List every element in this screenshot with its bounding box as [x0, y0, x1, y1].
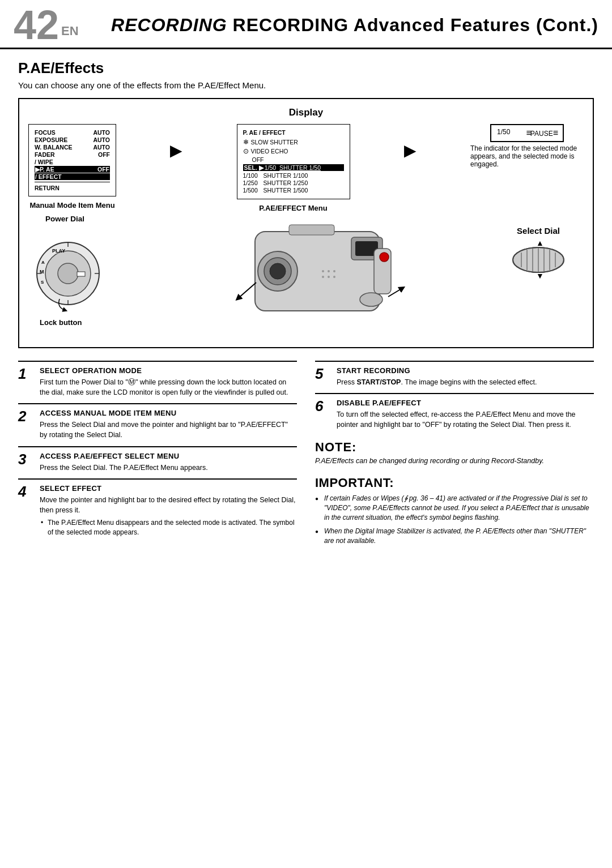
step-3-content: ACCESS P.AE/EFFECT SELECT MENU Press the…: [40, 452, 208, 473]
select-dial-section: Select Dial ▲ ▼: [493, 215, 584, 280]
svg-point-6: [58, 263, 78, 284]
svg-rect-7: [77, 272, 85, 276]
step-1-content: SELECT OPERATION MODE First turn the Pow…: [40, 366, 297, 397]
menu-row-wbalance: W. BALANCE AUTO: [35, 144, 110, 151]
important-item-2: When the Digital Image Stabilizer is act…: [315, 527, 594, 546]
power-dial-svg: PLAY A M S: [28, 225, 119, 316]
step-1-text: First turn the Power Dial to "Ⓜ" while p…: [40, 377, 297, 397]
lock-button-label: Lock button: [40, 318, 82, 327]
step-5-number: 5: [315, 366, 331, 387]
step-1: 1 SELECT OPERATION MODE First turn the P…: [18, 361, 297, 403]
step-5-content: START RECORDING Press START/STOP. The im…: [337, 366, 537, 387]
menu-row-effect-selected: / EFFECT: [35, 173, 110, 180]
select-dial-label: Select Dial: [517, 226, 560, 236]
pae-menu-caption: P.AE/EFFECT Menu: [259, 204, 327, 212]
page-number: 42: [14, 5, 59, 45]
step-4-number: 4: [18, 484, 34, 537]
step-6-content: DISABLE P.AE/EFFECT To turn off the sele…: [337, 399, 594, 430]
display-box-title: Display: [28, 107, 584, 118]
video-echo-icon: ⊙: [243, 147, 249, 155]
svg-text:A: A: [41, 260, 45, 265]
step-3-number: 3: [18, 452, 34, 473]
page-suffix: EN: [61, 24, 79, 45]
step-5-text: Press START/STOP. The image begins with …: [337, 377, 537, 387]
step-1-number: 1: [18, 366, 34, 397]
step-6-title: DISABLE P.AE/EFFECT: [337, 399, 594, 407]
menu-row-fader: FADER OFF: [35, 151, 110, 158]
important-item-1: If certain Fades or Wipes (∳ pg. 36 – 41…: [315, 494, 594, 523]
steps-left: 1 SELECT OPERATION MODE First turn the P…: [18, 361, 297, 549]
step-2-content: ACCESS MANUAL MODE ITEM MENU Press the S…: [40, 409, 297, 440]
viewfinder: 1/50 ≡PAUSE≡: [490, 124, 564, 142]
display-box: Display FOCUS AUTO EXPOSURE AUTO W. BALA…: [18, 98, 594, 348]
pae-menu: P. AE / EFFECT ❄ SLOW SHUTTER ⊙ VIDEO EC…: [237, 124, 350, 199]
step-4: 4 SELECT EFFECT Move the pointer and hig…: [18, 478, 297, 543]
step-6-text: To turn off the selected effect, re-acce…: [337, 409, 594, 430]
step-2-number: 2: [18, 409, 34, 440]
arrow-1: ▶: [165, 141, 187, 160]
pae-menu-panel: P. AE / EFFECT ❄ SLOW SHUTTER ⊙ VIDEO EC…: [237, 124, 350, 212]
step-4-text: Move the pointer and highlight bar to th…: [40, 495, 297, 515]
power-dial-section: Power Dial PLAY A M S: [28, 215, 142, 327]
manual-menu-caption: Manual Mode Item Menu: [29, 201, 114, 209]
page-header: 42 EN RECORDING RECORDING Advanced Featu…: [0, 0, 612, 49]
pae-shutter-100: 1/100 SHUTTER 1/100: [243, 172, 344, 179]
important-section: IMPORTANT: If certain Fades or Wipes (∳ …: [315, 476, 594, 546]
viewfinder-fraction: 1/50: [497, 128, 510, 138]
menu-row-pae-selected: ▶P. AE OFF: [35, 166, 110, 173]
viewfinder-top: 1/50 ≡PAUSE≡: [497, 128, 557, 138]
note-text: P.AE/Effects can be changed during recor…: [315, 456, 594, 466]
bottom-row: 1 SELECT OPERATION MODE First turn the P…: [18, 361, 594, 549]
step-2-text: Press the Select Dial and move the point…: [40, 420, 297, 440]
manual-menu-panel: FOCUS AUTO EXPOSURE AUTO W. BALANCE AUTO…: [28, 124, 116, 209]
step-5: 5 START RECORDING Press START/STOP. The …: [315, 361, 594, 393]
important-list: If certain Fades or Wipes (∳ pg. 36 – 41…: [315, 494, 594, 546]
step-3-title: ACCESS P.AE/EFFECT SELECT MENU: [40, 452, 208, 460]
section-description: You can choose any one of the effects fr…: [18, 80, 594, 90]
panels-container: FOCUS AUTO EXPOSURE AUTO W. BALANCE AUTO…: [28, 124, 584, 212]
step-6-number: 6: [315, 399, 331, 430]
manual-menu: FOCUS AUTO EXPOSURE AUTO W. BALANCE AUTO…: [28, 124, 116, 196]
viewfinder-panel: 1/50 ≡PAUSE≡ The indicator for the selec…: [470, 124, 584, 168]
power-dial-label: Power Dial: [45, 215, 84, 223]
camera-image: [142, 215, 493, 339]
section-title: P.AE/Effects: [18, 59, 594, 77]
menu-row-wipe: / WIPE: [35, 159, 110, 165]
pae-shutter-500: 1/500 SHUTTER 1/500: [243, 187, 344, 194]
step-5-title: START RECORDING: [337, 366, 537, 375]
camera-body-svg: [221, 215, 414, 339]
menu-divider: [35, 182, 110, 182]
step-3: 3 ACCESS P.AE/EFFECT SELECT MENU Press t…: [18, 446, 297, 478]
pae-row-selected: SEL. ▶ 1/50 SHUTTER 1/50: [243, 164, 344, 171]
pae-shutter-250: 1/250 SHUTTER 1/250: [243, 179, 344, 186]
svg-point-15: [270, 263, 286, 279]
viewfinder-pause: ≡PAUSE≡: [526, 128, 557, 138]
svg-point-27: [360, 293, 382, 306]
note-title: NOTE:: [315, 440, 594, 455]
select-dial-svg: ▲ ▼: [510, 240, 567, 280]
svg-text:▲: ▲: [536, 240, 544, 247]
page-content: P.AE/Effects You can choose any one of t…: [0, 49, 612, 563]
note-section: NOTE: P.AE/Effects can be changed during…: [315, 440, 594, 466]
page-title: RECORDING RECORDING Advanced Features (C…: [111, 15, 598, 36]
title-rest: RECORDING Advanced Features (Cont.): [233, 15, 598, 35]
svg-point-22: [328, 270, 330, 272]
svg-point-23: [333, 270, 335, 272]
title-recording: RECORDING: [111, 15, 227, 35]
steps-right: 5 START RECORDING Press START/STOP. The …: [315, 361, 594, 549]
pae-row-slow-shutter: ❄ SLOW SHUTTER: [243, 138, 344, 146]
step-4-bullet: The P.AE/Effect Menu disappears and the …: [40, 518, 297, 537]
pae-menu-header: P. AE / EFFECT: [243, 129, 344, 136]
svg-text:S: S: [41, 280, 44, 285]
menu-row-exposure: EXPOSURE AUTO: [35, 136, 110, 143]
arrow-2: ▶: [400, 141, 421, 160]
svg-point-25: [328, 276, 330, 278]
svg-text:▼: ▼: [536, 271, 544, 280]
pae-row-video-echo: ⊙ VIDEO ECHO: [243, 147, 344, 155]
svg-rect-18: [289, 225, 334, 235]
menu-row-focus: FOCUS AUTO: [35, 129, 110, 136]
pae-row-off: OFF: [243, 156, 344, 163]
svg-point-21: [322, 270, 324, 272]
menu-return: RETURN: [35, 185, 110, 191]
svg-point-26: [333, 276, 335, 278]
